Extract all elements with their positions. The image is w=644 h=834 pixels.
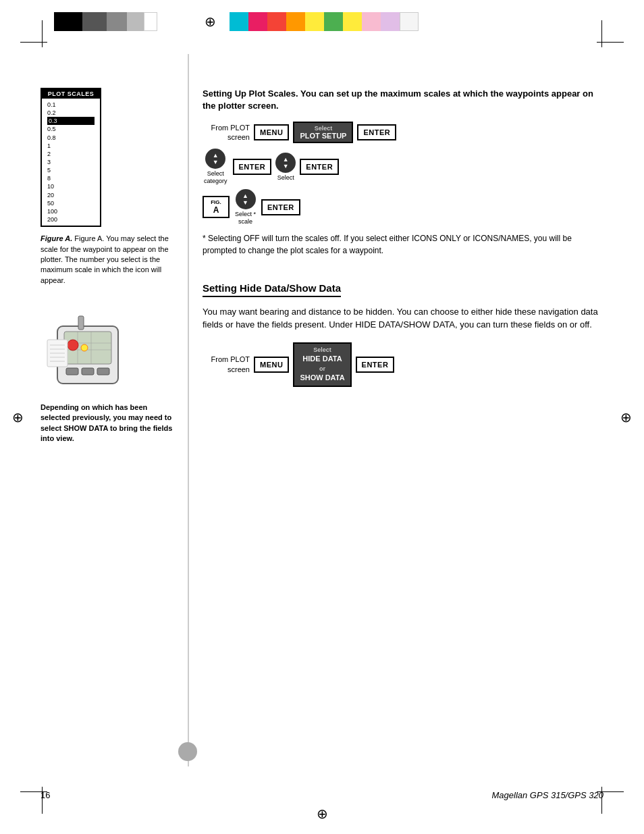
fig-top: FIG. <box>211 199 221 205</box>
select-or: or <box>300 365 344 373</box>
flow4-label: From PLOT screen <box>203 355 250 374</box>
up-down-arrow-btn-3[interactable]: ▲ ▼ <box>236 189 256 209</box>
fig-main: A <box>213 205 219 215</box>
select-label-2: Select <box>300 346 344 355</box>
svg-rect-7 <box>82 368 94 375</box>
up-down-arrow-btn[interactable]: ▲ ▼ <box>205 149 225 169</box>
section2-body: You may want bearing and distance to be … <box>203 305 603 332</box>
select-hide-show-data[interactable]: Select HIDE DATA or SHOW DATA <box>293 342 351 387</box>
button-flow-4: From PLOT screen MENU Select HIDE DATA o… <box>203 342 603 387</box>
plot-scales-header: PLOT SCALES <box>42 89 100 99</box>
enter-button-5[interactable]: ENTER <box>356 357 395 373</box>
svg-rect-6 <box>66 368 78 375</box>
gps-device-svg <box>41 306 135 394</box>
scale-value: 1 <box>47 142 95 150</box>
enter-button-3[interactable]: ENTER <box>300 159 339 175</box>
select-hide-data: HIDE DATA <box>300 354 344 364</box>
scale-value: 0.2 <box>47 109 95 117</box>
svg-rect-9 <box>78 316 84 330</box>
flow1-label: From PLOT screen <box>203 123 250 142</box>
section1-heading: Setting Up Plot Scales. You can set up t… <box>203 88 603 112</box>
scale-value: 3 <box>47 158 95 166</box>
enter-button-1[interactable]: ENTER <box>357 124 396 140</box>
scale-value: 50 <box>47 199 95 207</box>
enter-button-4[interactable]: ENTER <box>261 199 300 215</box>
figure-label: Figure A. <box>41 234 72 242</box>
page-number: 16 <box>41 790 50 800</box>
scale-value: 0.5 <box>47 125 95 133</box>
svg-point-10 <box>68 340 78 350</box>
menu-button[interactable]: MENU <box>254 124 289 140</box>
svg-point-11 <box>81 344 88 351</box>
scale-value: 20 <box>47 191 95 199</box>
page-footer: 16 Magellan GPS 315/GPS 320 <box>41 790 603 800</box>
section2: Setting Hide Data/Show Data You may want… <box>203 266 603 387</box>
arrow-select-2: ▲ ▼ Select <box>275 153 296 182</box>
arrow-select-category: ▲ ▼ Selectcategory <box>203 149 229 185</box>
scale-value: 2 <box>47 150 95 158</box>
scale-value: 0.8 <box>47 134 95 142</box>
gps-device-illustration <box>41 306 189 396</box>
svg-rect-8 <box>97 368 109 375</box>
menu-button-2[interactable]: MENU <box>254 357 289 373</box>
up-down-arrow-btn-2[interactable]: ▲ ▼ <box>275 153 296 173</box>
select-show-data: SHOW DATA <box>300 373 344 383</box>
right-column: Setting Up Plot Scales. You can set up t… <box>203 88 603 444</box>
scale-value: 10 <box>47 182 95 190</box>
section2-heading: Setting Hide Data/Show Data <box>203 282 341 297</box>
arrow-select-scale: ▲ ▼ Select *scale <box>234 189 257 226</box>
arrow-label-2: Select <box>277 174 294 182</box>
left-column: PLOT SCALES 0.1 0.2 0.3 0.5 0.8 1 2 3 5 … <box>41 88 189 444</box>
select-plot-setup[interactable]: Select PLOT SETUP <box>293 122 353 143</box>
button-flow-2: ▲ ▼ Selectcategory ENTER ▲ ▼ Select ENTE… <box>203 149 603 185</box>
scale-value: 200 <box>47 215 95 224</box>
arrow-label: Selectcategory <box>204 170 227 185</box>
plot-scales-list: 0.1 0.2 0.3 0.5 0.8 1 2 3 5 8 10 20 50 1… <box>42 99 100 226</box>
enter-button-2[interactable]: ENTER <box>233 159 272 175</box>
button-flow-1: From PLOT screen MENU Select PLOT SETUP … <box>203 122 603 143</box>
fig-a-box: FIG. A <box>203 196 230 218</box>
scale-value: 8 <box>47 174 95 182</box>
figure-caption: Figure A. Figure A. You may select the s… <box>41 234 176 286</box>
page-content: PLOT SCALES 0.1 0.2 0.3 0.5 0.8 1 2 3 5 … <box>0 0 644 834</box>
button-flow-3: FIG. A ▲ ▼ Select *scale ENTER <box>203 189 603 226</box>
footnote: * Selecting OFF will turn the scales off… <box>203 232 603 257</box>
plot-scales-box: PLOT SCALES 0.1 0.2 0.3 0.5 0.8 1 2 3 5 … <box>41 88 101 227</box>
select-label: Select <box>300 125 346 132</box>
footer-title: Magellan GPS 315/GPS 320 <box>492 790 604 800</box>
scale-value: 0.1 <box>47 101 95 109</box>
select-value: PLOT SETUP <box>300 132 346 140</box>
scale-value: 100 <box>47 207 95 215</box>
device-caption: Depending on which has been selected pre… <box>41 402 176 444</box>
scale-value-selected: 0.3 <box>47 117 95 125</box>
arrow-scale-label: Select *scale <box>235 211 256 226</box>
scale-value: 5 <box>47 166 95 174</box>
